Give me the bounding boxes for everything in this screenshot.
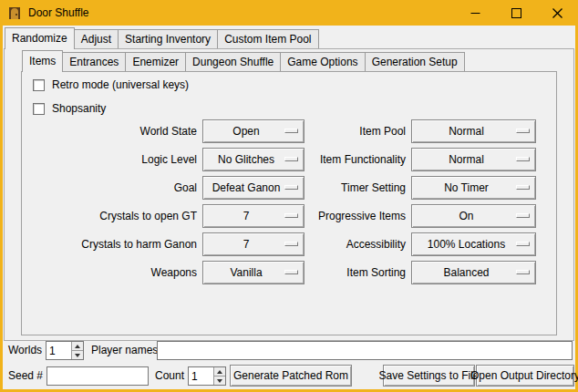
checkbox-square-icon (33, 79, 45, 91)
retro-mode-label: Retro mode (universal keys) (52, 78, 189, 91)
worlds-spin-arrows (71, 342, 83, 359)
item-sorting-label: Item Sorting (310, 261, 406, 284)
tab-custom-item-pool[interactable]: Custom Item Pool (217, 29, 318, 48)
window-body: Randomize Adjust Starting Inventory Cust… (3, 26, 575, 389)
player-names-input[interactable] (157, 341, 573, 360)
dropdown-indicator-icon (516, 242, 530, 246)
sub-tab-bar: Items Entrances Enemizer Dungeon Shuffle… (22, 51, 465, 72)
count-spin-arrows (213, 367, 225, 385)
progressive-items-dropdown[interactable]: On (411, 204, 536, 228)
world-state-dropdown[interactable]: Open (202, 119, 304, 143)
maximize-icon (511, 8, 521, 18)
tab-game-options[interactable]: Game Options (280, 52, 365, 71)
logic-level-label: Logic Level (21, 148, 197, 171)
crystals-harm-ganon-value: 7 (243, 238, 250, 251)
accessibility-dropdown[interactable]: 100% Locations (411, 232, 536, 256)
crystals-open-gt-label: Crystals to open GT (21, 204, 197, 228)
seed-input[interactable] (46, 366, 149, 386)
dropdown-indicator-icon (516, 270, 530, 274)
crystals-open-gt-dropdown[interactable]: 7 (202, 204, 304, 228)
minimize-button[interactable] (455, 0, 496, 26)
checkbox-square-icon (33, 103, 45, 115)
count-spin-up-button[interactable] (214, 367, 225, 376)
progressive-items-value: On (459, 210, 473, 222)
dropdown-indicator-icon (284, 185, 298, 190)
item-functionality-label: Item Functionality (310, 148, 406, 171)
window-title: Door Shuffle (28, 6, 89, 19)
logic-level-dropdown[interactable]: No Glitches (202, 148, 304, 171)
item-pool-dropdown[interactable]: Normal (411, 119, 536, 143)
worlds-spin-up-button[interactable] (72, 342, 83, 350)
timer-setting-dropdown[interactable]: No Timer (411, 176, 536, 200)
triangle-up-icon (75, 345, 80, 348)
triangle-up-icon (217, 370, 222, 374)
tab-starting-inventory[interactable]: Starting Inventory (118, 29, 218, 48)
world-state-value: Open (232, 125, 259, 138)
dropdown-indicator-icon (516, 213, 530, 218)
world-state-label: World State (21, 119, 197, 143)
item-functionality-value: Normal (449, 153, 484, 166)
dropdown-indicator-icon (284, 242, 298, 246)
goal-value: Defeat Ganon (212, 181, 281, 194)
goal-dropdown[interactable]: Defeat Ganon (202, 176, 304, 200)
goal-label: Goal (21, 176, 197, 200)
worlds-spinbox (46, 341, 84, 360)
shopsanity-label: Shopsanity (52, 102, 106, 115)
accessibility-label: Accessibility (310, 232, 406, 256)
triangle-down-icon (217, 379, 222, 383)
shopsanity-checkbox[interactable]: Shopsanity (33, 101, 106, 116)
tab-entrances[interactable]: Entrances (62, 52, 126, 71)
tab-dungeon-shuffle[interactable]: Dungeon Shuffle (185, 52, 281, 71)
progressive-items-label: Progressive Items (310, 204, 406, 228)
dropdown-indicator-icon (516, 157, 530, 161)
worlds-input[interactable] (46, 342, 71, 359)
title-bar[interactable]: Door Shuffle (0, 0, 578, 26)
open-output-directory-button[interactable]: Open Output Directory (476, 365, 574, 387)
timer-setting-label: Timer Setting (310, 176, 406, 200)
item-sorting-value: Balanced (443, 266, 489, 279)
logic-level-value: No Glitches (218, 153, 274, 166)
accessibility-value: 100% Locations (428, 238, 505, 251)
close-button[interactable] (537, 0, 578, 26)
app-icon (7, 5, 22, 20)
minimize-icon (470, 8, 480, 18)
crystals-harm-ganon-dropdown[interactable]: 7 (202, 232, 304, 256)
save-settings-button[interactable]: Save Settings to File (383, 365, 475, 387)
crystals-harm-ganon-label: Crystals to harm Ganon (21, 232, 197, 256)
count-spinbox (188, 366, 226, 386)
tab-randomize[interactable]: Randomize (5, 27, 75, 49)
dropdown-indicator-icon (284, 129, 298, 133)
count-spin-down-button[interactable] (214, 376, 225, 385)
dropdown-indicator-icon (516, 185, 530, 190)
weapons-value: Vanilla (230, 266, 262, 279)
retro-mode-checkbox[interactable]: Retro mode (universal keys) (33, 77, 189, 92)
item-pool-label: Item Pool (310, 119, 406, 143)
tab-items[interactable]: Items (22, 50, 63, 72)
tab-adjust[interactable]: Adjust (74, 29, 119, 48)
weapons-label: Weapons (21, 261, 197, 284)
triangle-down-icon (75, 354, 80, 357)
item-pool-value: Normal (449, 125, 484, 138)
player-names-label: Player names (91, 340, 158, 361)
worlds-spin-down-button[interactable] (72, 350, 83, 359)
dropdown-indicator-icon (516, 129, 530, 133)
count-label: Count (155, 365, 184, 387)
seed-label: Seed # (8, 365, 43, 387)
dropdown-indicator-icon (284, 157, 298, 161)
item-sorting-dropdown[interactable]: Balanced (411, 261, 536, 284)
worlds-label: Worlds (8, 340, 42, 361)
weapons-dropdown[interactable]: Vanilla (202, 261, 304, 284)
timer-setting-value: No Timer (444, 181, 489, 194)
generate-patched-rom-button[interactable]: Generate Patched Rom (230, 365, 352, 387)
app-window: Door Shuffle Randomize Adjust Starting I… (0, 0, 578, 392)
maximize-button[interactable] (496, 0, 537, 26)
tab-enemizer[interactable]: Enemizer (125, 52, 186, 71)
dropdown-indicator-icon (284, 213, 298, 218)
crystals-open-gt-value: 7 (243, 210, 250, 222)
main-tab-bar: Randomize Adjust Starting Inventory Cust… (5, 28, 319, 49)
settings-grid: World State Open Item Pool Normal Logic … (21, 119, 536, 284)
tab-generation-setup[interactable]: Generation Setup (365, 52, 465, 71)
count-input[interactable] (189, 367, 213, 385)
caption-buttons (455, 0, 578, 26)
item-functionality-dropdown[interactable]: Normal (411, 148, 536, 171)
